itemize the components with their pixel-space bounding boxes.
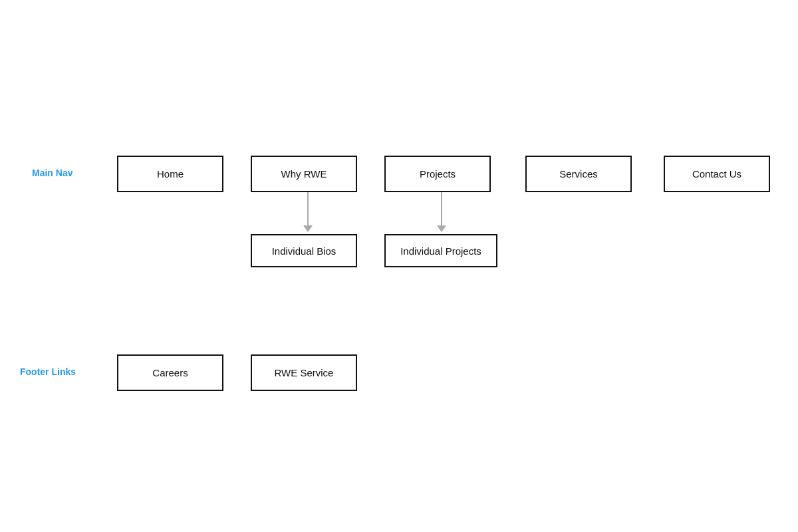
arrow-why-rwe xyxy=(303,192,313,232)
diagram-container: Main Nav Home Why RWE Projects Services … xyxy=(0,0,798,532)
nav-contact-us-label: Contact Us xyxy=(692,168,741,180)
nav-individual-bios-label: Individual Bios xyxy=(272,245,336,257)
nav-home[interactable]: Home xyxy=(117,156,223,192)
footer-links-label: Footer Links xyxy=(20,366,76,377)
nav-individual-projects[interactable]: Individual Projects xyxy=(384,234,497,267)
nav-home-label: Home xyxy=(157,168,184,180)
arrow-projects xyxy=(437,192,446,232)
nav-individual-projects-label: Individual Projects xyxy=(400,245,481,257)
nav-why-rwe[interactable]: Why RWE xyxy=(251,156,357,192)
footer-rwe-service[interactable]: RWE Service xyxy=(251,354,357,391)
nav-why-rwe-label: Why RWE xyxy=(281,168,327,180)
footer-rwe-service-label: RWE Service xyxy=(275,367,334,378)
nav-projects[interactable]: Projects xyxy=(384,156,491,192)
footer-careers[interactable]: Careers xyxy=(117,354,223,391)
nav-contact-us[interactable]: Contact Us xyxy=(664,156,770,192)
main-nav-label: Main Nav xyxy=(32,168,72,178)
nav-projects-label: Projects xyxy=(420,168,456,180)
nav-individual-bios[interactable]: Individual Bios xyxy=(251,234,357,267)
footer-careers-label: Careers xyxy=(152,367,188,378)
nav-services[interactable]: Services xyxy=(525,156,632,192)
nav-services-label: Services xyxy=(559,168,598,180)
